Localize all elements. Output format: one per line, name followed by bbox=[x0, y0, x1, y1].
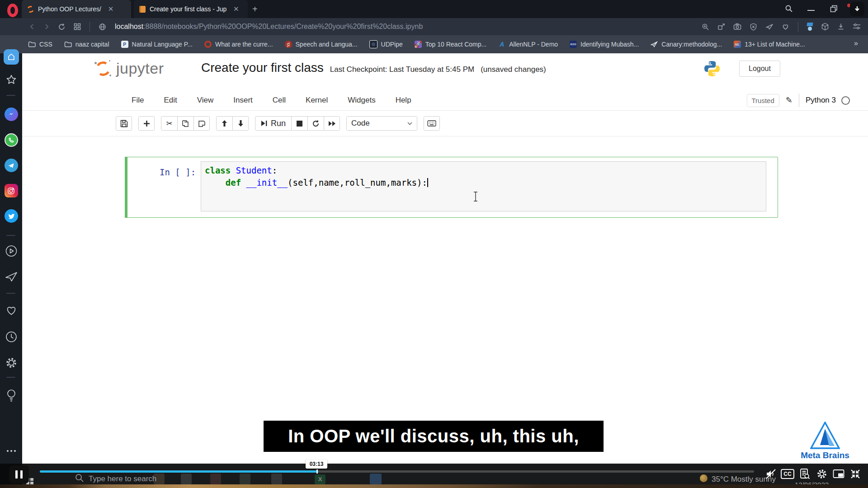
bookmark-what-are-the[interactable]: What are the curre... bbox=[204, 41, 273, 48]
pause-button[interactable] bbox=[9, 465, 29, 483]
twitter-icon[interactable] bbox=[5, 209, 18, 223]
bookmark-identifying-mubash[interactable]: IEEE Identifying Mubash... bbox=[570, 41, 639, 48]
speed-dial-home-icon[interactable] bbox=[4, 49, 19, 65]
menu-help[interactable]: Help bbox=[396, 96, 411, 105]
taskbar-app-icon[interactable] bbox=[240, 474, 250, 484]
bookmark-top10-react[interactable]: 🚀 Top 10 React Comp... bbox=[415, 41, 486, 48]
telegram-icon[interactable] bbox=[5, 159, 18, 172]
save-button[interactable] bbox=[116, 116, 132, 131]
taskbar-search-icon[interactable] bbox=[75, 474, 84, 483]
command-palette-button[interactable] bbox=[424, 116, 440, 131]
new-tab-button[interactable]: + bbox=[252, 4, 258, 14]
taskbar-app-icon[interactable] bbox=[154, 474, 165, 484]
site-globe-icon[interactable] bbox=[99, 23, 106, 31]
menu-cell[interactable]: Cell bbox=[273, 96, 286, 105]
mute-icon[interactable] bbox=[764, 467, 778, 481]
restart-kernel-button[interactable] bbox=[307, 116, 324, 131]
paste-cell-button[interactable] bbox=[193, 116, 210, 131]
taskbar-search-placeholder[interactable]: Type here to search bbox=[89, 474, 156, 483]
restart-run-all-button[interactable] bbox=[324, 116, 340, 131]
downloads-icon[interactable] bbox=[837, 23, 844, 30]
captions-icon[interactable]: CC bbox=[780, 467, 795, 481]
search-icon[interactable] bbox=[785, 5, 793, 13]
interrupt-kernel-button[interactable] bbox=[291, 116, 307, 131]
extension-cube-icon[interactable] bbox=[821, 23, 829, 31]
progress-track[interactable] bbox=[40, 470, 754, 473]
restore-button[interactable] bbox=[830, 5, 838, 13]
snapshot-camera-icon[interactable] bbox=[733, 23, 741, 30]
transcript-icon[interactable] bbox=[797, 467, 812, 481]
menu-kernel[interactable]: Kernel bbox=[306, 96, 328, 105]
browser-tab-bar: Python OOP Lectures/ ✕ Create your first… bbox=[0, 0, 868, 18]
menu-view[interactable]: View bbox=[197, 96, 214, 105]
cell-type-select[interactable]: Code bbox=[346, 116, 417, 131]
menu-insert[interactable]: Insert bbox=[233, 96, 253, 105]
copy-cell-button[interactable] bbox=[177, 116, 193, 131]
speed-dial-icon[interactable] bbox=[74, 23, 81, 30]
bookmark-allennlp-demo[interactable]: A AllenNLP - Demo bbox=[498, 41, 558, 48]
logout-button[interactable]: Logout bbox=[739, 61, 780, 77]
tab-close-icon[interactable]: ✕ bbox=[233, 5, 239, 13]
notebook-title[interactable]: Create your first class bbox=[201, 61, 324, 75]
bookmark-css[interactable]: CSS bbox=[28, 41, 52, 48]
forward-icon[interactable] bbox=[43, 23, 50, 30]
settings-gear-icon[interactable] bbox=[5, 357, 18, 369]
taskbar-app-icon[interactable] bbox=[210, 474, 221, 484]
opera-logo-icon[interactable] bbox=[7, 4, 18, 14]
download-button[interactable] bbox=[850, 2, 864, 16]
bookmark-udpipe[interactable]: UDPipe bbox=[369, 40, 403, 48]
playhead[interactable] bbox=[316, 469, 318, 474]
my-flow-icon[interactable] bbox=[765, 23, 774, 30]
code-editor[interactable]: class Student: def __init__(self,name,ro… bbox=[201, 161, 766, 211]
instagram-icon[interactable] bbox=[5, 184, 18, 197]
taskbar-app-icon[interactable] bbox=[271, 474, 282, 484]
progress-fill bbox=[40, 470, 318, 473]
add-cell-button[interactable] bbox=[138, 116, 155, 131]
history-clock-icon[interactable] bbox=[5, 331, 17, 343]
shield-blocker-icon[interactable] bbox=[750, 23, 757, 31]
settings-sliders-icon[interactable] bbox=[853, 23, 861, 30]
run-button[interactable]: Run bbox=[255, 116, 291, 131]
pin-page-icon[interactable] bbox=[717, 23, 725, 31]
bookmark-13-list-machine[interactable]: ML 13+ List of Machine... bbox=[734, 41, 805, 48]
reload-icon[interactable] bbox=[58, 23, 66, 31]
extension-blue-icon[interactable] bbox=[807, 23, 813, 31]
tab-python-oop-lectures[interactable]: Python OOP Lectures/ ✕ bbox=[22, 0, 131, 18]
easy-setup-bulb-icon[interactable] bbox=[6, 389, 17, 402]
code-cell[interactable]: In [ ]: class Student: def __init__(self… bbox=[125, 157, 778, 218]
bookmark-canary-methodolog[interactable]: Canary:methodolog... bbox=[651, 41, 722, 48]
exit-fullscreen-icon[interactable] bbox=[848, 467, 863, 481]
player-settings-gear-icon[interactable] bbox=[815, 467, 829, 481]
minimize-button[interactable] bbox=[807, 10, 815, 11]
jupyter-logo[interactable]: jupyter bbox=[94, 60, 164, 77]
taskbar-app-icon[interactable] bbox=[370, 474, 382, 484]
player-popout-icon[interactable] bbox=[5, 245, 17, 257]
bookmarks-star-icon[interactable] bbox=[5, 74, 17, 86]
back-icon[interactable] bbox=[29, 23, 35, 30]
bookmark-speech-language[interactable]: ♯ Speech and Langua... bbox=[285, 41, 358, 48]
url-field[interactable]: localhost:8888/notebooks/Python%20OOP%20… bbox=[115, 23, 423, 31]
move-cell-up-button[interactable] bbox=[216, 116, 232, 131]
folder-icon bbox=[28, 41, 36, 47]
taskbar-app-icon[interactable] bbox=[181, 474, 192, 484]
bookmark-naaz-capital[interactable]: naaz capital bbox=[64, 41, 109, 48]
taskbar-app-icon[interactable]: X bbox=[315, 474, 326, 484]
sidebar-more-dots[interactable] bbox=[7, 450, 16, 452]
video-control-bar: Type here to search X 35°C Mostly sunny … bbox=[0, 464, 868, 484]
move-cell-down-button[interactable] bbox=[232, 116, 249, 131]
menu-widgets[interactable]: Widgets bbox=[348, 96, 375, 105]
bookmark-natural-language[interactable]: P Natural Language P... bbox=[121, 41, 193, 48]
picture-in-picture-icon[interactable] bbox=[831, 467, 846, 481]
bookmarks-overflow-chevron[interactable]: » bbox=[854, 39, 858, 47]
zoom-icon[interactable] bbox=[702, 23, 709, 31]
cut-cell-button[interactable]: ✂ bbox=[161, 116, 177, 131]
menu-edit[interactable]: Edit bbox=[164, 96, 177, 105]
my-flow-send-icon[interactable] bbox=[5, 271, 18, 283]
whatsapp-icon[interactable] bbox=[5, 133, 18, 147]
personal-news-heart-icon[interactable] bbox=[5, 305, 17, 316]
tab-create-first-class[interactable]: Create your first class - Jup... ✕ bbox=[134, 0, 248, 18]
messenger-icon[interactable] bbox=[5, 108, 18, 121]
tab-close-icon[interactable]: ✕ bbox=[108, 5, 114, 13]
bookmark-heart-icon[interactable] bbox=[782, 23, 789, 30]
menu-file[interactable]: File bbox=[132, 96, 144, 105]
